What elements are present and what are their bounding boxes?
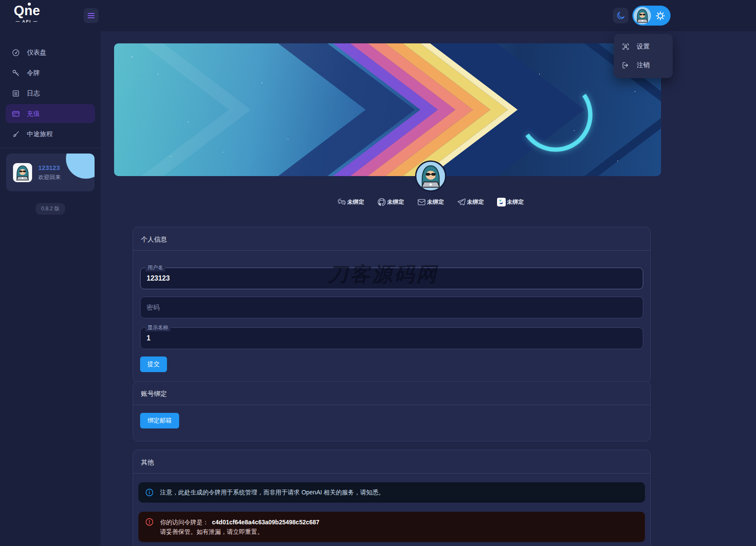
token-alert: 你的访问令牌是： c4d01cf64e8a4c63a09b25498c52c68… (138, 512, 645, 542)
sidebar-toggle-button[interactable] (84, 8, 98, 23)
menu-item-logout[interactable]: 注销 (614, 56, 673, 75)
sidebar-divider (0, 148, 101, 148)
submit-button[interactable]: 提交 (140, 356, 167, 372)
logs-icon (12, 89, 20, 98)
binding-telegram[interactable]: 未绑定 (457, 198, 484, 206)
sidebar-item-tokens[interactable]: 令牌 (6, 63, 95, 82)
password-input[interactable] (140, 297, 643, 318)
logo-dot (28, 3, 31, 6)
lark-icon (497, 198, 506, 206)
sidebar-nav: 仪表盘 令牌 日志 充值 中途旅程 (0, 31, 101, 144)
key-icon (12, 69, 20, 77)
brush-icon (12, 130, 20, 138)
logo-subtitle: — API — (10, 19, 43, 23)
other-card: 其他 注意，此处生成的令牌用于系统管理，而非用于请求 OpenAI 相关的服务，… (133, 450, 651, 546)
sidebar: 仪表盘 令牌 日志 充值 中途旅程 (0, 31, 101, 546)
username-field-wrap: 用户名 (140, 268, 643, 289)
banner-image (114, 43, 661, 176)
card-title: 个人信息 (133, 227, 650, 251)
sidebar-item-logs[interactable]: 日志 (6, 84, 95, 103)
sidebar-item-label: 充值 (27, 110, 40, 118)
binding-status: 未绑定 (347, 198, 364, 206)
info-alert: 注意，此处生成的令牌用于系统管理，而非用于请求 OpenAI 相关的服务，请知悉… (138, 482, 645, 503)
display-name-input[interactable] (140, 327, 643, 349)
menu-item-settings[interactable]: 设置 (614, 37, 673, 56)
wechat-icon (337, 198, 346, 206)
account-bindings-row: 未绑定 未绑定 未绑定 未绑定 (157, 198, 704, 206)
username-input[interactable] (140, 268, 643, 289)
sidebar-greeting: 欢迎回来 (38, 173, 61, 181)
menu-item-label: 注销 (637, 61, 650, 69)
user-menu-button[interactable] (632, 6, 671, 26)
menu-icon (88, 15, 95, 16)
card-decoration (66, 154, 95, 179)
personal-info-card: 个人信息 用户名 显示名称 提交 (133, 227, 651, 383)
avatar (13, 163, 32, 182)
gear-icon (655, 11, 665, 21)
version-badge: 0.8.2 版 (36, 203, 65, 215)
sidebar-item-dashboard[interactable]: 仪表盘 (6, 43, 95, 62)
info-icon (145, 488, 154, 497)
binding-email[interactable]: 未绑定 (417, 198, 444, 206)
binding-wechat[interactable]: 未绑定 (337, 198, 364, 206)
username-label: 用户名 (145, 264, 165, 271)
sidebar-item-label: 中途旅程 (27, 130, 53, 138)
email-icon (417, 198, 426, 206)
display-name-label: 显示名称 (145, 324, 170, 331)
binding-github[interactable]: 未绑定 (377, 198, 404, 206)
token-alert-prefix: 你的访问令牌是： (160, 519, 209, 526)
error-icon (145, 517, 154, 526)
card-title: 账号绑定 (133, 382, 650, 405)
logout-icon (622, 61, 630, 69)
password-field-wrap (140, 297, 643, 318)
github-icon (377, 198, 386, 206)
telegram-icon (457, 198, 466, 206)
card-title: 其他 (133, 450, 650, 474)
token-alert-line2: 请妥善保管。如有泄漏，请立即重置。 (160, 527, 319, 536)
binding-status: 未绑定 (467, 198, 484, 206)
binding-lark[interactable]: 未绑定 (497, 198, 524, 206)
profile-banner-area: 未绑定 未绑定 未绑定 未绑定 (114, 43, 661, 176)
sidebar-user-card[interactable]: 123123 欢迎回来 (6, 154, 95, 191)
profile-avatar (415, 160, 446, 192)
sidebar-username: 123123 (38, 164, 61, 171)
gauge-icon (12, 49, 20, 57)
binding-status: 未绑定 (427, 198, 444, 206)
sidebar-item-label: 令牌 (27, 69, 40, 77)
app-logo: Qne — API — (10, 3, 43, 23)
logo-text: Qne (10, 3, 43, 18)
moon-icon (616, 11, 625, 20)
binding-status: 未绑定 (507, 198, 524, 206)
avatar (634, 7, 651, 24)
user-dropdown-menu: 设置 注销 (614, 34, 673, 78)
top-bar: Qne — API — (0, 0, 756, 31)
binding-status: 未绑定 (387, 198, 404, 206)
credit-card-icon (12, 110, 20, 118)
account-binding-card: 账号绑定 绑定邮箱 (133, 381, 651, 441)
sidebar-item-label: 仪表盘 (27, 49, 46, 57)
settings-icon (622, 43, 630, 51)
access-token-value: c4d01cf64e8a4c63a09b25498c52c687 (212, 519, 320, 526)
theme-toggle-button[interactable] (613, 8, 628, 23)
sidebar-item-midjourney[interactable]: 中途旅程 (6, 124, 95, 144)
sidebar-item-label: 日志 (27, 89, 40, 98)
display-name-field-wrap: 显示名称 (140, 327, 643, 349)
menu-item-label: 设置 (637, 43, 650, 51)
bind-email-button[interactable]: 绑定邮箱 (140, 413, 179, 428)
info-alert-text: 注意，此处生成的令牌用于系统管理，而非用于请求 OpenAI 相关的服务，请知悉… (160, 489, 384, 497)
sidebar-item-topup[interactable]: 充值 (6, 104, 95, 123)
